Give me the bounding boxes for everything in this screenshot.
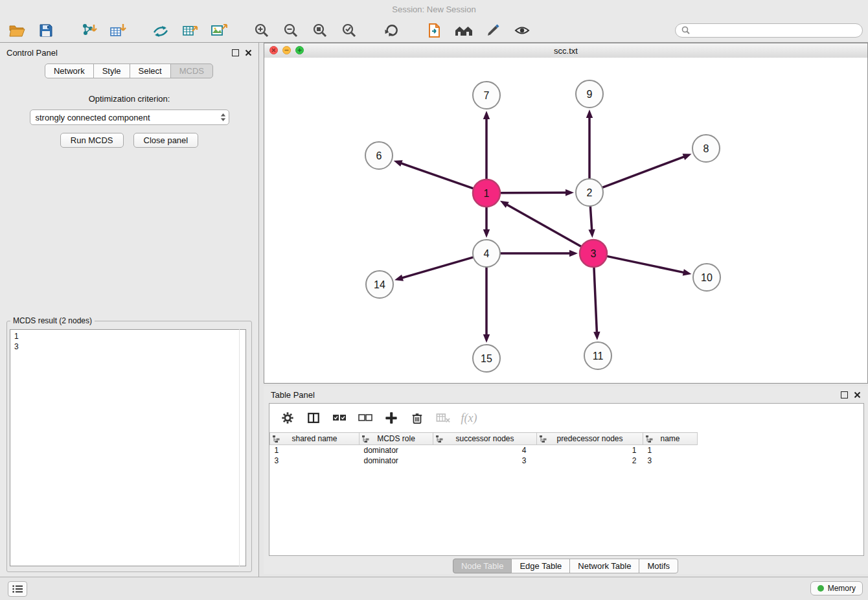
node-table: shared nameMCDS rolesuccessor nodesprede…: [269, 432, 863, 466]
open-file-button[interactable]: [5, 21, 29, 40]
save-session-icon: [39, 23, 53, 38]
column-header-predecessor-nodes[interactable]: predecessor nodes: [537, 433, 643, 445]
share-network-icon: [152, 23, 169, 38]
graph-edge-3-1[interactable]: [507, 205, 582, 247]
close-panel-button[interactable]: Close panel: [133, 133, 199, 148]
task-list-icon: [12, 585, 23, 593]
plus-icon: [385, 411, 398, 424]
column-header-name[interactable]: name: [643, 433, 698, 445]
tab-motifs[interactable]: Motifs: [639, 559, 678, 573]
network-graph[interactable]: 7968124314101511: [264, 58, 867, 383]
function-builder-button[interactable]: f(x): [461, 410, 477, 426]
float-panel-icon[interactable]: [232, 49, 239, 56]
close-window-button[interactable]: [269, 46, 278, 54]
tab-network[interactable]: Network: [45, 63, 94, 78]
float-table-panel-icon[interactable]: [841, 391, 848, 398]
table-settings-button[interactable]: [280, 410, 295, 426]
share-network-button[interactable]: [149, 21, 172, 40]
memory-label: Memory: [828, 584, 856, 593]
graph-node-8[interactable]: 8: [692, 135, 720, 162]
deselect-all-button[interactable]: [358, 410, 373, 426]
table-cell: 3: [643, 456, 698, 466]
home-overview-button[interactable]: [452, 21, 475, 40]
import-table-button[interactable]: [106, 21, 130, 40]
column-header-successor-nodes[interactable]: successor nodes: [433, 433, 537, 445]
zoom-fit-button[interactable]: [308, 21, 332, 40]
network-window-titlebar: scc.txt: [264, 43, 867, 58]
tab-mcds[interactable]: MCDS: [170, 63, 213, 78]
memory-button[interactable]: Memory: [810, 581, 863, 595]
graph-node-10[interactable]: 10: [693, 264, 720, 291]
graph-edge-2-8[interactable]: [602, 157, 684, 188]
zoom-in-button[interactable]: [250, 21, 273, 40]
export-image-icon: [211, 23, 227, 38]
network-canvas[interactable]: 7968124314101511: [264, 58, 867, 383]
graph-edge-4-14[interactable]: [403, 257, 474, 278]
graph-node-11[interactable]: 11: [584, 342, 611, 369]
table-cell: 1: [537, 445, 643, 456]
save-session-button[interactable]: [34, 21, 58, 40]
tab-select[interactable]: Select: [130, 63, 171, 78]
graph-edge-1-2[interactable]: [499, 192, 565, 193]
show-details-button[interactable]: [510, 21, 534, 40]
refresh-button[interactable]: [380, 21, 404, 40]
graph-node-4[interactable]: 4: [473, 240, 500, 267]
tab-node-table[interactable]: Node Table: [453, 559, 512, 573]
graph-node-2[interactable]: 2: [576, 179, 603, 206]
graph-node-7[interactable]: 7: [473, 82, 500, 109]
mcds-result-title: MCDS result (2 nodes): [10, 316, 95, 325]
table-row[interactable]: 1dominator411: [270, 445, 864, 456]
graph-edge-2-3[interactable]: [590, 205, 591, 229]
graph-node-3[interactable]: 3: [580, 240, 607, 267]
deselect-all-icon: [358, 413, 372, 423]
zoom-selected-button[interactable]: [337, 21, 361, 40]
zoom-in-icon: [254, 23, 269, 38]
table-cell: 1: [643, 445, 698, 456]
show-columns-button[interactable]: [306, 410, 321, 426]
close-table-panel-icon[interactable]: [854, 391, 861, 398]
search-input[interactable]: [694, 25, 856, 36]
tab-edge-table[interactable]: Edge Table: [511, 559, 570, 573]
zoom-out-button[interactable]: [279, 21, 303, 40]
svg-text:10: 10: [701, 272, 713, 283]
tab-network-table[interactable]: Network Table: [569, 559, 639, 573]
close-panel-icon[interactable]: [245, 49, 252, 56]
table-row[interactable]: 3dominator323: [270, 456, 864, 466]
run-mcds-button[interactable]: Run MCDS: [60, 133, 124, 148]
graph-edge-arrowhead: [586, 110, 593, 118]
copy-document-button[interactable]: [423, 21, 446, 40]
graph-edge-arrowhead: [394, 275, 404, 281]
graph-node-15[interactable]: 15: [473, 345, 500, 372]
control-panel-header: Control Panel: [0, 43, 258, 62]
export-table-button[interactable]: [178, 21, 201, 40]
graph-node-1[interactable]: 1: [473, 179, 500, 207]
mcds-result-scrollbar[interactable]: [239, 329, 246, 566]
svg-text:8: 8: [703, 143, 709, 154]
graph-edge-3-11[interactable]: [594, 266, 597, 332]
show-details-icon: [514, 25, 530, 36]
apply-style-button[interactable]: [481, 21, 505, 40]
graph-node-6[interactable]: 6: [365, 142, 393, 169]
import-network-button[interactable]: [77, 21, 100, 40]
column-header-shared-name[interactable]: shared name: [270, 433, 360, 445]
column-header-mcds-role[interactable]: MCDS role: [360, 433, 433, 445]
graph-edge-1-6[interactable]: [402, 163, 474, 189]
tab-style[interactable]: Style: [93, 63, 130, 78]
main-toolbar: [0, 18, 868, 43]
export-image-button[interactable]: [207, 21, 231, 40]
delete-column-button[interactable]: [409, 410, 425, 426]
graph-node-14[interactable]: 14: [366, 271, 393, 298]
graph-edge-arrowhead: [483, 229, 490, 238]
graph-edge-3-10[interactable]: [606, 256, 683, 272]
task-history-button[interactable]: [8, 581, 27, 597]
optimization-criterion-select[interactable]: strongly connected component: [30, 110, 229, 125]
maximize-window-button[interactable]: [295, 46, 304, 54]
graph-node-9[interactable]: 9: [576, 80, 603, 108]
add-column-button[interactable]: [383, 410, 399, 426]
maximize-glyph-icon: [297, 48, 302, 52]
select-all-button[interactable]: [332, 410, 347, 426]
minimize-window-button[interactable]: [282, 46, 291, 54]
control-panel-tabs: NetworkStyleSelectMCDS: [0, 63, 258, 78]
column-header-label: name: [660, 434, 680, 443]
delete-table-button[interactable]: [435, 410, 451, 426]
